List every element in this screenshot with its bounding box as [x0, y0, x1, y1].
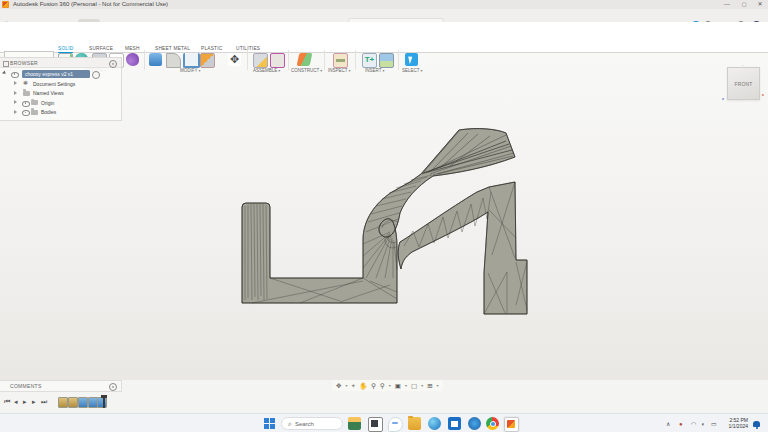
phone-link-icon[interactable]	[468, 417, 481, 430]
timeline-feature-extrude[interactable]	[97, 397, 107, 408]
tree-root-item[interactable]: choosy express v2 v1 ◦	[0, 69, 121, 78]
chevron-down-icon[interactable]: ▾	[389, 383, 391, 388]
fit-icon[interactable]: ⚲	[380, 380, 385, 391]
y-axis-indicator: ·	[742, 63, 743, 68]
file-explorer-icon[interactable]	[408, 417, 421, 430]
tree-item-bodies[interactable]: Bodies	[0, 108, 121, 117]
visibility-eye-icon[interactable]	[11, 72, 19, 78]
tray-security-icon[interactable]: ●	[679, 420, 683, 428]
x-axis-indicator: x	[762, 92, 764, 97]
look-at-icon[interactable]: ⌖	[351, 380, 355, 391]
start-button[interactable]	[263, 418, 275, 430]
pan-icon[interactable]: ✋	[359, 380, 367, 391]
expand-icon[interactable]	[14, 91, 17, 95]
assemble-joint-icon[interactable]	[270, 53, 285, 68]
modify-combine-icon[interactable]	[200, 53, 215, 68]
notification-bell-icon[interactable]	[753, 421, 760, 427]
tree-item-label: Document Settings	[33, 81, 75, 87]
create-sculpt-icon[interactable]	[126, 53, 139, 66]
chevron-down-icon[interactable]: ▾	[405, 383, 407, 388]
root-component-label[interactable]: choosy express v2 v1	[22, 70, 90, 78]
tab-sheet-metal[interactable]: SHEET METAL	[155, 46, 190, 51]
select-group-label[interactable]: SELECT	[402, 68, 423, 73]
minimize-button[interactable]: —	[720, 0, 734, 9]
fusion360-window: Autodesk Fusion 360 (Personal - Not for …	[0, 0, 768, 432]
insert-mesh-icon[interactable]: T+	[362, 53, 377, 68]
display-settings-icon[interactable]: ▣	[395, 380, 401, 391]
timeline-step-forward-icon[interactable]: ▸	[32, 397, 36, 407]
construct-group-label[interactable]: CONSTRUCT	[291, 68, 322, 73]
task-view-icon[interactable]	[368, 417, 383, 432]
chrome-icon[interactable]	[486, 417, 499, 430]
volume-icon[interactable]: ◖	[701, 420, 705, 428]
construct-plane-icon[interactable]	[297, 53, 313, 66]
assemble-group-label[interactable]: ASSEMBLE	[253, 68, 280, 73]
taskbar-search[interactable]: ⌕ Search	[281, 417, 343, 430]
teams-chat-icon[interactable]	[388, 417, 403, 432]
microsoft-store-icon[interactable]	[448, 417, 461, 430]
ribbon-toolbar: SOLID SURFACE MESH SHEET METAL PLASTIC U…	[0, 22, 768, 53]
chevron-down-icon[interactable]: ▾	[421, 383, 423, 388]
tree-item-label: Bodies	[41, 109, 56, 115]
tray-clock[interactable]: 2:52 PM 1/1/2024	[722, 418, 748, 429]
browser-settings-icon[interactable]: ●	[109, 60, 117, 68]
tab-mesh[interactable]: MESH	[125, 46, 140, 51]
timeline-step-back-icon[interactable]: ◂	[14, 397, 18, 407]
tab-plastic[interactable]: PLASTIC	[201, 46, 222, 51]
modify-group-label[interactable]: MODIFY	[180, 68, 201, 73]
tree-item-origin[interactable]: Origin	[0, 98, 121, 107]
browser-title: BROWSER	[10, 60, 38, 66]
browser-header[interactable]: BROWSER ●	[0, 58, 121, 68]
grid-snaps-icon[interactable]: ▢	[411, 380, 417, 391]
tab-surface[interactable]: SURFACE	[89, 46, 113, 51]
timeline-feature-sketch[interactable]	[58, 397, 68, 408]
comments-panel[interactable]: COMMENTS ●	[0, 380, 122, 392]
wifi-icon[interactable]: ◠	[691, 420, 696, 428]
insert-group-label[interactable]: INSERT	[365, 68, 384, 73]
tab-utilities[interactable]: UTILITIES	[236, 46, 260, 51]
chevron-down-icon[interactable]: ▾	[437, 383, 439, 388]
orbit-icon[interactable]: ✥	[336, 380, 341, 391]
timeline-play-icon[interactable]: ▸	[23, 397, 27, 407]
widgets-weather-icon[interactable]	[348, 417, 361, 430]
edge-browser-icon[interactable]	[428, 417, 441, 430]
timeline-go-start-icon[interactable]: ⏮	[4, 397, 10, 407]
viewcube-front-face[interactable]: FRONT	[728, 68, 759, 99]
ground-pin-icon[interactable]: ◦	[92, 71, 100, 79]
timeline-position-marker[interactable]	[103, 395, 105, 408]
tab-solid[interactable]: SOLID	[58, 46, 73, 53]
expand-icon[interactable]	[14, 110, 17, 114]
tree-item-named-views[interactable]: Named Views	[0, 89, 121, 98]
expand-icon[interactable]	[14, 100, 17, 104]
timeline-feature-extrude[interactable]	[78, 397, 88, 408]
gear-icon: ✱	[23, 80, 28, 86]
modify-shell-icon[interactable]	[183, 53, 200, 68]
close-button[interactable]: ✕	[753, 0, 767, 9]
insert-canvas-icon[interactable]	[379, 53, 394, 68]
tray-chevron-icon[interactable]: ∧	[666, 420, 670, 428]
zoom-icon[interactable]: ⚲	[371, 380, 376, 391]
modify-fillet-icon[interactable]	[166, 53, 181, 68]
chevron-down-icon[interactable]: ▾	[345, 383, 347, 388]
timeline-go-end-icon[interactable]: ⏭	[41, 397, 47, 407]
visibility-eye-icon[interactable]	[22, 101, 30, 107]
visibility-eye-icon[interactable]	[22, 110, 30, 116]
modify-move-icon[interactable]: ✥	[228, 53, 241, 66]
inspect-measure-icon[interactable]	[333, 53, 348, 68]
select-tool-icon[interactable]	[405, 53, 418, 66]
battery-icon[interactable]: ▭	[711, 420, 717, 428]
tree-item-document-settings[interactable]: ✱ Document Settings	[0, 79, 121, 88]
maximize-button[interactable]: ▢	[737, 0, 751, 9]
assemble-component-icon[interactable]	[253, 53, 268, 68]
fusion360-taskbar-icon[interactable]	[504, 417, 519, 432]
view-cube[interactable]: FRONT · x z	[727, 67, 760, 100]
viewports-icon[interactable]: ⊞	[427, 380, 432, 391]
collapse-icon[interactable]	[3, 61, 9, 67]
expand-icon[interactable]	[2, 71, 7, 76]
timeline-feature-sketch[interactable]	[68, 397, 78, 408]
expand-icon[interactable]	[14, 81, 17, 85]
navigation-bar: ✥▾ ⌖ ✋ ⚲ ⚲▾ ▣▾ ▢▾ ⊞▾	[332, 380, 443, 391]
modify-presspull-icon[interactable]	[149, 53, 162, 66]
comments-settings-icon[interactable]: ●	[109, 383, 117, 391]
inspect-group-label[interactable]: INSPECT	[328, 68, 351, 73]
